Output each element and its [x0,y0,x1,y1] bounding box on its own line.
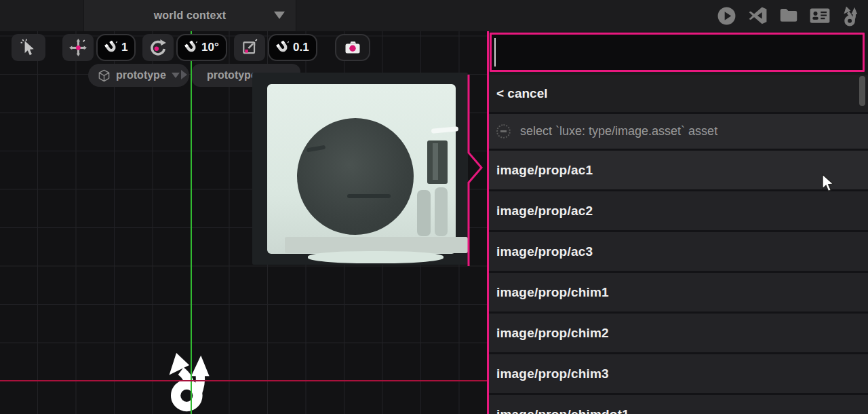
painted-ac-body [267,84,456,254]
cancel-label: < cancel [496,86,548,101]
snap-scale-button[interactable]: 0.1 [268,34,317,61]
palette-item[interactable]: image/prop/chimdot1 [489,395,868,414]
world-context-label: world context [154,10,226,22]
status-badge-icon [496,124,511,138]
rotate-arrow-icon [149,39,167,56]
breadcrumb-current-label: prototype [201,69,257,81]
folder-icon[interactable] [778,5,799,26]
ac-fan-blade-mark [347,194,391,198]
rotate-tool-button[interactable] [142,34,174,61]
snap-rotate-button[interactable]: 10° [176,34,227,61]
palette-item-list: image/prop/ac1 image/prop/ac2 image/prop… [489,151,868,414]
ac-fan-circle [297,118,414,235]
x-axis-line [0,380,487,381]
camera-icon [343,39,362,56]
cube-icon [98,69,111,82]
image-asset-preview[interactable] [252,73,468,265]
palette-item-label: image/prop/chim2 [496,326,609,341]
palette-item-label: image/prop/chim3 [496,366,609,381]
chevron-down-icon [172,73,180,78]
snap-rotate-label: 10° [201,41,219,54]
magnet-icon [104,41,119,55]
move-crosshair-icon [69,39,87,56]
play-icon[interactable] [716,5,736,26]
text-caret [494,38,496,67]
snap-move-label: 1 [121,41,127,54]
vscode-icon[interactable] [747,5,768,26]
select-tool-button[interactable] [12,34,45,61]
ac-highlight-stroke [431,126,458,133]
scale-box-icon [241,39,258,56]
palette-item-label: image/prop/ac3 [496,244,593,259]
ac-rough-edge [308,251,443,263]
palette-item-label: image/prop/ac2 [496,204,593,219]
magnet-icon [184,41,199,55]
chevron-down-icon [274,12,285,19]
palette-item[interactable]: image/prop/ac1 [489,151,868,191]
snap-move-button[interactable]: 1 [96,34,136,61]
y-axis-line [191,31,192,414]
breadcrumb-root-label: prototype [116,69,166,81]
palette-search-input[interactable] [490,33,865,72]
palette-hint-label: select `luxe: type/image.asset` asset [520,124,717,138]
luxe-logo-icon[interactable] [841,5,861,26]
contact-card-icon[interactable] [810,5,830,26]
palette-item[interactable]: image/prop/chim1 [489,273,868,314]
asset-picker-panel: < cancel select `luxe: type/image.asset`… [487,31,868,414]
ac-vent-box [427,140,448,184]
selection-bracket [464,71,486,270]
ac-slat [417,190,431,236]
screenshot-button[interactable] [335,34,370,61]
topbar-icon-group [716,0,861,31]
move-tool-button[interactable] [62,34,94,61]
cursor-arrow-icon [20,39,37,56]
palette-cancel-row[interactable]: < cancel [489,75,868,114]
top-bar: world context [0,0,868,31]
ac-slat [435,187,448,236]
palette-item-label: image/prop/chim1 [496,285,609,300]
palette-item[interactable]: image/prop/chim2 [489,314,868,354]
breadcrumb-separator-icon [181,70,187,79]
scene-canvas[interactable]: 1 10° 0.1 [0,31,488,414]
scrollbar-thumb[interactable] [859,76,865,106]
palette-item[interactable]: image/prop/chim3 [489,354,868,395]
palette-item-label: image/prop/chimdot1 [496,407,629,414]
breadcrumb-root-chip[interactable]: prototype [88,64,189,87]
palette-list: < cancel select `luxe: type/image.asset`… [489,75,868,414]
palette-item[interactable]: image/prop/ac3 [489,232,868,273]
palette-item-label: image/prop/ac1 [496,163,593,178]
palette-item[interactable]: image/prop/ac2 [489,191,868,232]
snap-scale-label: 0.1 [293,41,309,54]
palette-hint-row: select `luxe: type/image.asset` asset [489,114,868,151]
scale-tool-button[interactable] [234,34,265,61]
world-context-dropdown[interactable]: world context [83,0,296,31]
magnet-icon [276,41,290,55]
